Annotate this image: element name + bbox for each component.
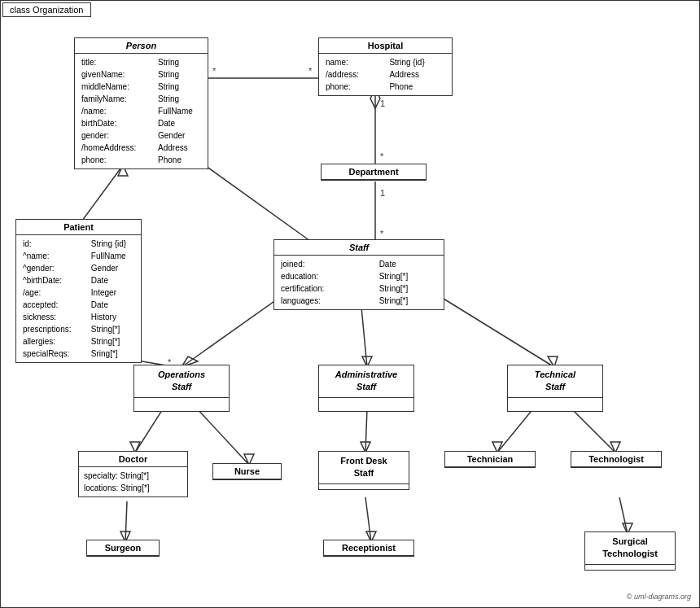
person-header: Person bbox=[75, 38, 208, 54]
technical-staff-class: TechnicalStaff bbox=[507, 365, 603, 412]
svg-line-10 bbox=[82, 165, 123, 221]
staff-class: Staff joined:Date education:String[*] ce… bbox=[273, 239, 444, 310]
staff-header: Staff bbox=[274, 240, 444, 256]
technologist-header: Technologist bbox=[571, 452, 661, 467]
svg-line-35 bbox=[365, 497, 371, 542]
nurse-header: Nurse bbox=[213, 464, 281, 479]
doctor-header: Doctor bbox=[79, 452, 187, 467]
svg-line-23 bbox=[135, 408, 164, 453]
front-desk-staff-class: Front DeskStaff bbox=[318, 451, 409, 490]
operations-staff-class: OperationsStaff bbox=[133, 365, 230, 412]
hospital-header: Hospital bbox=[319, 38, 452, 54]
surgical-technologist-class: SurgicalTechnologist bbox=[584, 531, 676, 571]
svg-line-25 bbox=[196, 408, 249, 465]
uml-diagram: class Organization * * 1 * 1 * * * bbox=[0, 0, 700, 608]
patient-header: Patient bbox=[16, 220, 141, 235]
surgeon-header: Surgeon bbox=[87, 540, 159, 556]
hospital-class: Hospital name:String {id} /address:Addre… bbox=[318, 37, 453, 96]
surgical-technologist-header: SurgicalTechnologist bbox=[585, 532, 675, 565]
svg-text:*: * bbox=[308, 66, 313, 76]
svg-line-27 bbox=[365, 408, 367, 453]
technologist-class: Technologist bbox=[571, 451, 662, 468]
front-desk-staff-header: Front DeskStaff bbox=[319, 452, 409, 484]
nurse-class: Nurse bbox=[212, 463, 282, 480]
receptionist-class: Receptionist bbox=[323, 540, 414, 557]
technical-staff-header: TechnicalStaff bbox=[508, 365, 602, 398]
department-class: Department bbox=[321, 164, 427, 181]
svg-text:1: 1 bbox=[380, 188, 385, 198]
technician-class: Technician bbox=[444, 451, 536, 468]
patient-body: id:String {id} ^name:FullName ^gender:Ge… bbox=[16, 235, 141, 362]
staff-body: joined:Date education:String[*] certific… bbox=[274, 256, 444, 309]
svg-text:*: * bbox=[380, 151, 384, 161]
operations-staff-header: OperationsStaff bbox=[134, 365, 229, 398]
technician-header: Technician bbox=[445, 452, 535, 467]
administrative-staff-header: AdministrativeStaff bbox=[319, 365, 413, 398]
doctor-body: specialty: String[*] locations: String[*… bbox=[79, 467, 187, 496]
svg-line-29 bbox=[497, 408, 534, 453]
svg-line-33 bbox=[125, 501, 127, 542]
svg-text:*: * bbox=[380, 229, 384, 238]
svg-line-31 bbox=[571, 408, 615, 453]
svg-text:*: * bbox=[212, 66, 217, 76]
hospital-body: name:String {id} /address:Address phone:… bbox=[319, 54, 452, 95]
administrative-staff-class: AdministrativeStaff bbox=[318, 365, 414, 412]
surgeon-class: Surgeon bbox=[86, 540, 160, 557]
copyright: © uml-diagrams.org bbox=[627, 593, 691, 601]
person-class: Person title:String givenName:String mid… bbox=[74, 37, 208, 169]
department-header: Department bbox=[322, 164, 426, 180]
receptionist-header: Receptionist bbox=[324, 540, 413, 556]
patient-class: Patient id:String {id} ^name:FullName ^g… bbox=[15, 219, 142, 363]
diagram-title: class Organization bbox=[2, 2, 91, 17]
person-body: title:String givenName:String middleName… bbox=[75, 54, 208, 168]
svg-line-37 bbox=[619, 497, 628, 534]
doctor-class: Doctor specialty: String[*] locations: S… bbox=[78, 451, 188, 497]
svg-text:1: 1 bbox=[380, 98, 385, 108]
